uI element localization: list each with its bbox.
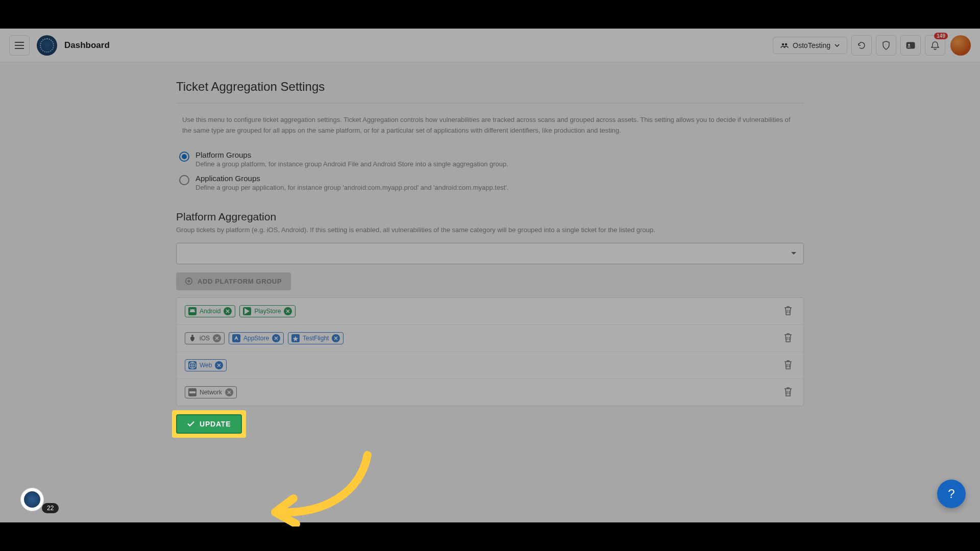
appstore-icon [232,334,240,342]
side-widget-count: 22 [42,503,59,513]
svg-rect-6 [189,391,195,393]
chip-remove-button[interactable] [284,307,292,315]
chip-remove-button[interactable] [332,334,340,342]
radio-button-selected[interactable] [179,152,189,162]
hamburger-icon [15,42,24,49]
platform-aggregation-title: Platform Aggregation [176,211,804,223]
radio-sublabel: Define a group per application, for inst… [195,184,508,191]
settings-description: Use this menu to configure ticket aggreg… [176,104,804,147]
network-icon [188,388,197,396]
notifications-button[interactable]: 149 [925,35,945,56]
radio-platform-groups[interactable]: Platform Groups Define a group platform,… [176,147,804,171]
notification-badge: 149 [934,33,948,39]
plus-circle-icon [185,278,192,285]
add-button-label: ADD PLATFORM GROUP [198,278,282,285]
platform-group-list: AndroidPlayStoreiOSAppStoreTestFlightWeb… [176,297,804,406]
chip-remove-button[interactable] [225,388,233,396]
radio-label: Platform Groups [195,151,508,159]
platform-group-row: AndroidPlayStore [177,298,803,325]
chip-label: iOS [200,335,210,342]
chip-remove-button[interactable] [213,334,221,342]
update-button-label: UPDATE [200,420,231,428]
bell-icon [931,41,939,50]
chip-remove-button[interactable] [224,307,232,315]
chip-remove-button[interactable] [215,361,223,369]
platform-select[interactable] [176,243,804,264]
trash-icon [783,305,793,316]
delete-group-button[interactable] [783,305,795,317]
contacts-button[interactable] [900,35,921,56]
user-avatar[interactable] [950,35,971,56]
shield-button[interactable] [876,35,896,56]
platform-chip: Web [185,359,227,371]
svg-point-0 [782,43,784,45]
platform-chip: Network [185,386,237,398]
annotation-arrow [268,450,375,527]
svg-rect-2 [906,42,915,48]
workspace-selector[interactable]: OstoTesting [773,37,847,54]
check-icon [187,421,194,427]
chevron-down-icon [835,44,840,47]
chip-remove-button[interactable] [272,334,280,342]
globe-icon [188,361,197,369]
side-widget-logo [20,488,44,511]
chip-label: Android [200,308,220,315]
platform-group-row: Network [177,379,803,406]
platform-chip: PlayStore [239,305,296,317]
delete-group-button[interactable] [783,359,795,371]
radio-application-groups[interactable]: Application Groups Define a group per ap… [176,171,804,194]
radio-button-unselected[interactable] [179,175,189,185]
platform-aggregation-sub: Group tickets by platform (e.g. iOS, And… [176,226,804,234]
chip-label: AppStore [243,335,269,342]
delete-group-button[interactable] [783,332,795,344]
play-icon [243,307,251,315]
trash-icon [783,359,793,370]
chip-label: TestFlight [303,335,329,342]
question-icon: ? [948,487,954,501]
add-platform-group-button: ADD PLATFORM GROUP [176,272,291,290]
delete-group-button[interactable] [783,386,795,398]
radio-label: Application Groups [195,174,508,183]
android-icon [188,307,197,315]
dropdown-arrow-icon [791,252,796,255]
id-card-icon [906,42,915,49]
platform-chip: AppStore [229,332,284,344]
trash-icon [783,386,793,397]
platform-group-row: iOSAppStoreTestFlight [177,325,803,352]
shield-icon [882,41,890,50]
chip-label: Network [200,389,222,396]
svg-point-7 [190,392,191,393]
topbar: Dashboard OstoTesting 149 [0,29,980,62]
svg-point-3 [908,44,910,46]
refresh-icon [857,41,866,50]
refresh-button[interactable] [851,35,872,56]
svg-point-1 [785,43,787,45]
platform-chip: Android [185,305,235,317]
side-widget[interactable]: 22 [20,488,59,511]
help-fab[interactable]: ? [937,480,966,508]
page-title: Dashboard [64,40,110,51]
trash-icon [783,332,793,343]
settings-title: Ticket Aggregation Settings [176,80,804,104]
platform-chip: iOS [185,332,225,344]
update-button[interactable]: UPDATE [176,414,242,434]
platform-group-row: Web [177,352,803,379]
menu-toggle-button[interactable] [9,35,30,56]
workspace-name: OstoTesting [793,41,830,49]
apple-icon [188,334,197,342]
chip-label: Web [200,362,212,369]
chip-label: PlayStore [254,308,281,315]
radio-sublabel: Define a group platform, for instance gr… [195,160,508,168]
platform-chip: TestFlight [288,332,344,344]
app-logo[interactable] [37,35,57,56]
testflight-icon [291,334,300,342]
group-icon [780,42,789,48]
